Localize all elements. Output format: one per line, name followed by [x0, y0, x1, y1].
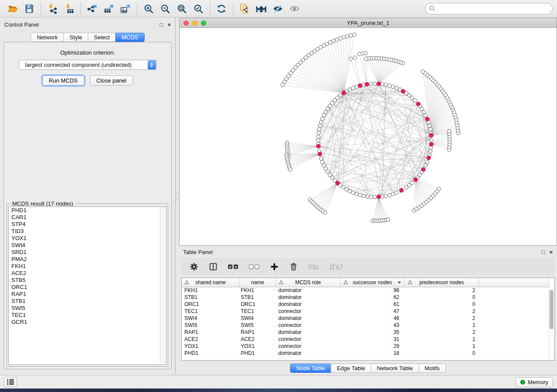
mcds-result-item[interactable]: ACE2	[9, 270, 166, 277]
select-stepper-icon	[148, 60, 156, 69]
table-cell: YOX1	[239, 343, 276, 350]
table-row[interactable]: RAP1RAP1dominator352	[182, 329, 549, 336]
table-cell: YOX1	[182, 343, 239, 350]
control-panel-tabbar: Network Style Select MCDS	[31, 33, 144, 42]
mcds-result-item[interactable]: STP4	[9, 221, 166, 228]
tab-motifs[interactable]: Motifs	[419, 364, 446, 373]
network-view-titlebar[interactable]: YPA_prune.txt_1	[180, 18, 557, 28]
table-row[interactable]: STB1STB1dominator620	[182, 294, 549, 301]
search-icon	[429, 5, 436, 12]
mcds-result-item[interactable]: ORC1	[9, 284, 166, 291]
mcds-result-item[interactable]: YOX1	[9, 235, 166, 242]
mcds-result-item[interactable]: CAR1	[9, 214, 166, 221]
add-column-button[interactable]	[270, 262, 279, 272]
mcds-result-item[interactable]: SRD1	[9, 249, 166, 256]
column-header-filler	[479, 278, 549, 287]
panel-menu-button[interactable]	[4, 377, 17, 387]
mcds-result-list[interactable]: PHD1CAR1STP4TID3YOX1SWI4SRD1PMA2FKH1ACE2…	[8, 206, 166, 365]
table-cell: 96	[340, 287, 405, 294]
tab-node-table[interactable]: Node Table	[290, 364, 331, 373]
mcds-result-item[interactable]: GCR1	[9, 319, 166, 326]
export-image-button[interactable]	[117, 2, 134, 16]
table-scrollbar[interactable]	[548, 287, 554, 360]
float-table-panel-icon[interactable]: □	[542, 249, 545, 255]
table-cell: 31	[340, 336, 405, 343]
panel-splitter[interactable]	[176, 18, 179, 375]
mcds-list-scrollbar[interactable]	[160, 207, 166, 364]
search-input[interactable]	[438, 5, 549, 12]
table-scrollbar-thumb[interactable]	[550, 290, 554, 329]
network-graph[interactable]	[180, 28, 557, 245]
mcds-result-item[interactable]: RAP1	[9, 291, 166, 298]
zoom-fit-button[interactable]	[173, 2, 190, 16]
tab-network-table[interactable]: Network Table	[371, 364, 419, 373]
table-row[interactable]: ACE2ACE2connector311	[182, 336, 549, 343]
table-cell: TEC1	[239, 308, 276, 315]
tab-network[interactable]: Network	[31, 33, 64, 42]
float-panel-icon[interactable]: □	[160, 22, 163, 28]
split-columns-icon	[208, 262, 218, 272]
close-table-panel-icon[interactable]: ×	[549, 249, 553, 255]
import-table-button[interactable]	[61, 2, 77, 16]
close-panel-button[interactable]: Close panel	[90, 76, 133, 86]
table-row[interactable]: ORC1ORC1dominator610	[182, 301, 549, 308]
table-row[interactable]: TEC1TEC1connector472	[182, 308, 549, 315]
mcds-result-item[interactable]: SWI5	[9, 305, 166, 312]
memory-button[interactable]: Memory	[515, 377, 553, 387]
column-header-shared-name[interactable]: shared name	[182, 278, 239, 287]
show-all-columns-button[interactable]	[228, 263, 239, 270]
table-row[interactable]: FKH1FKH1dominator962	[182, 287, 549, 294]
mcds-result-item[interactable]: STB5	[9, 277, 166, 284]
column-header-name[interactable]: name	[239, 278, 276, 287]
column-header-predecessor-nodes[interactable]: predecessor nodes	[405, 278, 479, 287]
table-row[interactable]: PHD1PHD1dominator180	[182, 350, 549, 357]
close-panel-icon[interactable]: ×	[167, 22, 171, 28]
zoom-out-button[interactable]	[157, 2, 173, 16]
tab-style[interactable]: Style	[63, 33, 88, 42]
export-network-button[interactable]	[84, 2, 100, 16]
hide-selection-button[interactable]	[270, 2, 286, 16]
desktop-wallpaper	[0, 389, 557, 392]
network-from-selection-button[interactable]	[236, 2, 253, 16]
criterion-select[interactable]: largest connected component (undirected)	[19, 60, 157, 70]
function-builder-button[interactable]: f(x)	[329, 262, 342, 271]
run-mcds-button[interactable]: Run MCDS	[42, 76, 84, 86]
hide-all-columns-button[interactable]	[249, 263, 260, 270]
tree-icon	[343, 280, 348, 285]
show-all-button[interactable]	[286, 2, 303, 16]
mcds-result-item[interactable]: SWI4	[9, 242, 166, 249]
mcds-result-item[interactable]: TEC1	[9, 312, 166, 319]
mcds-result-item[interactable]: STB1	[9, 298, 166, 305]
mcds-result-item[interactable]: PHD1	[9, 207, 166, 214]
table-cell: SWI5	[182, 322, 239, 329]
zoom-selected-button[interactable]	[190, 2, 207, 16]
save-session-button[interactable]	[21, 2, 38, 16]
delete-table-button[interactable]	[308, 263, 319, 271]
apply-layout-button[interactable]	[213, 2, 230, 16]
delete-table-icon	[308, 263, 319, 271]
table-settings-button[interactable]	[189, 262, 199, 272]
tab-edge-table[interactable]: Edge Table	[331, 364, 371, 373]
search-box[interactable]	[425, 3, 553, 14]
tab-mcds[interactable]: MCDS	[115, 33, 144, 42]
tab-select[interactable]: Select	[88, 33, 116, 42]
split-panel-button[interactable]	[208, 262, 218, 272]
import-network-button[interactable]	[44, 2, 61, 16]
network-canvas[interactable]	[180, 28, 557, 245]
table-cell: dominator	[276, 287, 340, 294]
mcds-result-item[interactable]: FKH1	[9, 263, 166, 270]
open-session-button[interactable]	[4, 2, 21, 16]
table-row[interactable]: SWI5SWI5connector431	[182, 322, 549, 329]
column-header-mcds-role[interactable]: MCDS role	[276, 278, 340, 287]
table-row[interactable]: SWI4SWI4dominator462	[182, 315, 549, 322]
mcds-result-item[interactable]: PMA2	[9, 256, 166, 263]
table-row[interactable]: YOX1YOX1connector291	[182, 343, 549, 350]
column-header-successor-nodes[interactable]: successor nodes	[340, 278, 405, 287]
zoom-in-button[interactable]	[140, 2, 157, 16]
first-neighbors-icon	[256, 3, 267, 14]
export-table-button[interactable]	[100, 2, 117, 16]
first-neighbors-button[interactable]	[253, 2, 270, 16]
mcds-result-item[interactable]: TID3	[9, 228, 166, 235]
delete-column-button[interactable]	[289, 262, 298, 272]
splitter-grip-icon[interactable]	[176, 193, 179, 199]
